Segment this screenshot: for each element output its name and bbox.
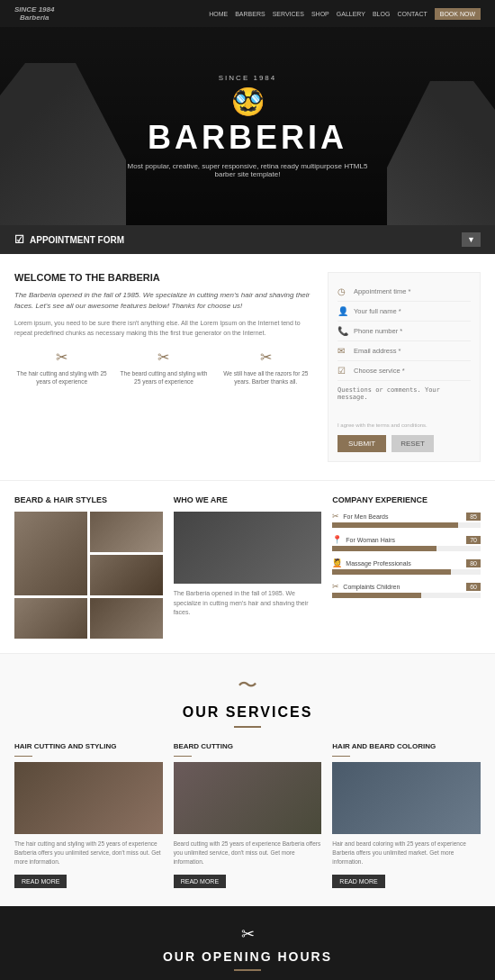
welcome-intro: The Barberia opened in the fall of 1985.… — [14, 290, 313, 312]
nav-barbers[interactable]: BARBERS — [235, 11, 265, 17]
exp-bar-2-name: For Woman Hairs — [346, 537, 463, 543]
main-content: WELCOME TO THE BARBERIA The Barberia ope… — [0, 254, 495, 480]
service-card-3: HAIR AND BEARD COLORING Hair and beard c… — [332, 742, 481, 888]
nav-book-now[interactable]: BOOK NOW — [435, 8, 481, 20]
service-1-image — [14, 762, 163, 834]
exp-bar-2: 📍 For Woman Hairs 70 — [332, 535, 481, 551]
full-name-input[interactable] — [354, 307, 471, 315]
feature-1-icon: ✂ — [14, 349, 109, 366]
service-2-image — [174, 762, 322, 834]
submit-button[interactable]: SUBMIT — [338, 435, 386, 452]
exp-bar-3-track — [332, 569, 481, 575]
service-1-read-more-button[interactable]: READ MORE — [14, 875, 67, 888]
hours-scissors-icon: ✂ — [14, 924, 481, 944]
email-icon: ✉ — [338, 346, 348, 356]
exp-bar-3-icon: 💆 — [332, 558, 342, 567]
who-we-are-column: WHO WE ARE The Barberia opened in the fa… — [174, 495, 322, 639]
exp-bar-2-pct: 70 — [466, 536, 481, 544]
service-input[interactable] — [354, 367, 471, 375]
hair-img-3 — [90, 555, 163, 595]
email-input[interactable] — [354, 347, 471, 355]
appointment-banner-text: APPOINTMENT FORM — [30, 235, 124, 245]
service-2-read-more-button[interactable]: READ MORE — [174, 875, 226, 888]
exp-bar-1-pct: 85 — [466, 513, 481, 521]
exp-bar-4-track — [332, 593, 481, 598]
main-right-column: ◷ 👤 📞 ✉ ☑ I agree with the terms and con… — [328, 272, 481, 462]
hair-styles-column: BEARD & HAIR STYLES — [14, 495, 163, 639]
service-1-text: The hair cutting and styling with 25 yea… — [14, 839, 163, 866]
nav-blog[interactable]: BLOG — [373, 11, 390, 17]
full-name-row: 👤 — [338, 302, 471, 322]
service-2-divider — [174, 756, 192, 757]
company-exp-title: COMPANY EXPERIENCE — [332, 495, 481, 504]
hours-title: OUR OPENING HOURS — [14, 949, 481, 964]
hair-img-4 — [14, 598, 87, 639]
reset-button[interactable]: RESET — [392, 435, 434, 452]
nav-services[interactable]: SERVICES — [273, 11, 304, 17]
phone-icon: 📞 — [338, 326, 348, 336]
nav-logo: SINCE 1984 Barberia — [14, 5, 54, 22]
nav-gallery[interactable]: GALLERY — [337, 11, 365, 17]
feature-2: ✂ The beard cutting and styling with 25 … — [116, 349, 211, 386]
exp-bar-3-pct: 80 — [466, 559, 481, 567]
hair-img-1 — [14, 512, 87, 595]
services-title: OUR SERVICES — [14, 704, 481, 721]
email-row: ✉ — [338, 341, 471, 361]
service-card-1: HAIR CUTTING AND STYLING The hair cuttin… — [14, 742, 163, 888]
feature-1-text: The hair cutting and styling with 25 yea… — [14, 369, 109, 386]
navbar: SINCE 1984 Barberia HOME BARBERS SERVICE… — [0, 0, 495, 27]
service-icon: ☑ — [338, 366, 348, 376]
hair-img-2 — [90, 512, 163, 552]
service-3-divider — [332, 756, 350, 757]
form-buttons: SUBMIT RESET — [338, 435, 471, 452]
three-column-section: BEARD & HAIR STYLES WHO WE ARE The Barbe… — [0, 480, 495, 653]
clock-icon: ◷ — [338, 286, 348, 296]
nav-home[interactable]: HOME — [209, 11, 228, 17]
appointment-check-icon: ☑ — [14, 233, 24, 246]
feature-3: ✂ We still have all the razors for 25 ye… — [219, 349, 313, 386]
hero-since: SINCE 1984 — [122, 74, 374, 82]
nav-shop[interactable]: SHOP — [311, 11, 329, 17]
hair-styles-grid — [14, 512, 163, 639]
service-3-read-more-button[interactable]: READ MORE — [332, 875, 384, 888]
welcome-body: Lorem ipsum, you need to be sure there i… — [14, 319, 313, 338]
exp-bar-1-icon: ✂ — [332, 512, 339, 521]
feature-2-icon: ✂ — [116, 349, 211, 366]
phone-row: 📞 — [338, 322, 471, 341]
company-experience-column: COMPANY EXPERIENCE ✂ For Men Beards 85 📍… — [332, 495, 481, 639]
who-we-are-text: The Barberia opened in the fall of 1985.… — [174, 589, 322, 618]
appointment-toggle-button[interactable]: ▼ — [462, 232, 481, 247]
services-divider — [234, 726, 261, 728]
form-note: I agree with the terms and conditions. — [338, 422, 471, 428]
exp-bar-4-name: Complaints Children — [343, 584, 463, 590]
exp-bar-4-pct: 60 — [466, 583, 481, 591]
who-we-are-image — [174, 512, 322, 584]
phone-input[interactable] — [354, 327, 471, 335]
feature-1: ✂ The hair cutting and styling with 25 y… — [14, 349, 109, 386]
exp-bars: ✂ For Men Beards 85 📍 For Woman Hairs 70 — [332, 512, 481, 598]
service-card-2: BEARD CUTTING Beard cutting with 25 year… — [174, 742, 322, 888]
welcome-title: WELCOME TO THE BARBERIA — [14, 272, 313, 283]
nav-contact[interactable]: CONTACT — [397, 11, 427, 17]
main-left-column: WELCOME TO THE BARBERIA The Barberia ope… — [14, 272, 328, 462]
appt-time-row: ◷ — [338, 282, 471, 302]
hero-subtitle: Most popular, creative, super responsive… — [122, 162, 374, 178]
exp-bar-2-track — [332, 546, 481, 551]
hours-section: ✂ OUR OPENING HOURS MON 09:00 - 19:00 TU… — [0, 906, 495, 980]
hair-styles-title: BEARD & HAIR STYLES — [14, 495, 163, 504]
message-textarea[interactable] — [338, 386, 471, 415]
exp-bar-1-name: For Men Beards — [343, 513, 463, 520]
service-1-title: HAIR CUTTING AND STYLING — [14, 742, 163, 750]
nav-since: SINCE 1984 — [14, 5, 54, 14]
feature-3-icon: ✂ — [219, 349, 313, 366]
feature-3-text: We still have all the razors for 25 year… — [219, 369, 313, 386]
appt-time-input[interactable] — [354, 287, 471, 295]
service-3-title: HAIR AND BEARD COLORING — [332, 742, 481, 750]
exp-bar-4-fill — [332, 593, 421, 598]
services-section: 〜 OUR SERVICES HAIR CUTTING AND STYLING … — [0, 653, 495, 906]
exp-bar-3-name: Massage Professionals — [346, 560, 463, 567]
appointment-form: ◷ 👤 📞 ✉ ☑ I agree with the terms and con… — [328, 272, 481, 462]
service-2-text: Beard cutting with 25 years of experienc… — [174, 839, 322, 866]
hair-img-5 — [90, 598, 163, 639]
feature-2-text: The beard cutting and styling with 25 ye… — [116, 369, 211, 386]
